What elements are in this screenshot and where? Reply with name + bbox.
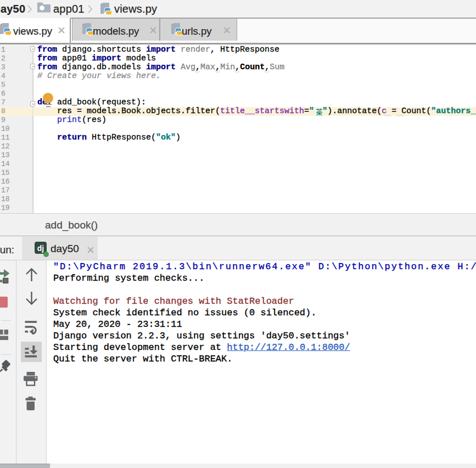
svg-text:dj: dj	[37, 244, 44, 253]
